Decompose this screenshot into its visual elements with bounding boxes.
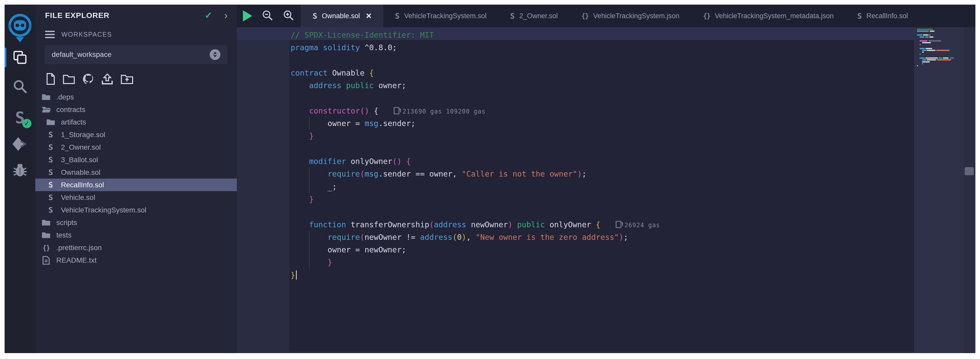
file-label: .prettierrc.json	[56, 244, 102, 252]
file-row[interactable]: SRecallInfo.sol	[35, 179, 237, 191]
tab[interactable]: SOwnable.sol×	[301, 5, 383, 27]
run-script-button[interactable]	[243, 10, 252, 22]
code-editor[interactable]: 1234567891011121314151617181920 // SPDX-…	[237, 27, 975, 353]
close-tab-icon[interactable]: ×	[366, 11, 371, 21]
code-line: modifier onlyOwner() {	[289, 155, 914, 168]
file-row[interactable]: artifacts	[35, 116, 237, 128]
json-file-icon: {}	[43, 244, 50, 252]
sidebar-item-deploy-and-run[interactable]	[5, 134, 35, 154]
code-line: }	[289, 256, 914, 268]
code-line: }	[289, 130, 914, 142]
editor-scrollbar-thumb[interactable]	[965, 167, 974, 175]
file-label: artifacts	[61, 118, 86, 126]
icon-rail: S ✓	[5, 5, 35, 353]
collapse-chevron-icon[interactable]: ›	[224, 10, 228, 21]
file-label: RecallInfo.sol	[61, 181, 104, 189]
code-line	[289, 206, 914, 218]
remix-logo[interactable]	[5, 12, 35, 43]
clone-github-button[interactable]	[82, 73, 94, 85]
file-row[interactable]: SOwnable.sol	[35, 166, 237, 179]
solidity-file-icon: S	[48, 155, 53, 164]
tab-label: 2_Owner.sol	[519, 12, 558, 20]
tab[interactable]: S2_Owner.sol	[498, 5, 570, 27]
minimap-line	[917, 44, 963, 45]
folder-open-icon	[41, 106, 51, 113]
gas-pump-icon	[616, 221, 621, 228]
workspaces-label: WORKSPACES	[62, 31, 112, 38]
solidity-file-icon: S	[395, 11, 399, 21]
search-icon	[13, 79, 27, 94]
tab-label: RecallInfo.sol	[867, 12, 908, 20]
file-row[interactable]: SVehicleTrackingSystem.sol	[35, 204, 237, 216]
new-folder-button[interactable]	[62, 73, 75, 85]
file-row[interactable]: S2_Owner.sol	[35, 141, 237, 153]
minimap-line	[917, 40, 963, 41]
minimap-line	[917, 48, 963, 49]
file-label: 1_Storage.sol	[61, 131, 105, 139]
file-explorer-icon	[12, 49, 28, 65]
debugger-icon	[12, 162, 28, 177]
gas-estimate: 26924 gas	[616, 222, 660, 229]
file-row[interactable]: S3_Ballot.sol	[35, 153, 237, 166]
file-explorer-panel: FILE EXPLORER ✓ › WORKSPACES default_wor…	[35, 5, 237, 353]
document-icon	[43, 256, 50, 265]
minimap-line	[917, 65, 963, 66]
sidebar-item-debugger[interactable]	[5, 160, 35, 179]
minimap-line	[917, 54, 963, 55]
file-row[interactable]: README.txt	[35, 254, 237, 266]
zoom-out-button[interactable]	[262, 10, 273, 22]
tab[interactable]: {}VehicleTrackingSystem.json	[570, 5, 691, 27]
new-folder-icon	[62, 73, 75, 85]
file-label: Vehicle.sol	[61, 193, 95, 202]
upload-file-button[interactable]	[101, 73, 114, 85]
solidity-file-icon: S	[857, 11, 862, 21]
file-label: Ownable.sol	[61, 168, 100, 177]
file-row[interactable]: SVehicle.sol	[35, 191, 237, 204]
solidity-file-icon: S	[313, 11, 317, 21]
solidity-file-icon: S	[510, 11, 515, 21]
code-line: constructor() {213690 gas 109200 gas	[289, 105, 914, 117]
minimap-line	[917, 42, 963, 43]
file-label: README.txt	[56, 256, 97, 265]
file-row[interactable]: {}.prettierrc.json	[35, 241, 237, 254]
compile-success-badge-icon: ✓	[22, 119, 32, 128]
editor-gutter	[237, 27, 289, 353]
zoom-out-icon	[262, 10, 273, 21]
workspace-select[interactable]: default_workspace	[45, 45, 227, 64]
solidity-file-icon: S	[48, 130, 53, 139]
file-row[interactable]: contracts	[35, 103, 237, 116]
code-line: contract Ownable {	[289, 67, 914, 79]
solidity-file-icon: S	[48, 168, 53, 177]
file-row[interactable]: S1_Storage.sol	[35, 128, 237, 141]
folder-icon	[41, 93, 51, 101]
new-file-icon	[46, 73, 56, 85]
code-line: }	[289, 193, 914, 206]
file-row[interactable]: .deps	[35, 91, 237, 103]
workspaces-menu-icon[interactable]	[45, 31, 55, 38]
editor-column: SOwnable.sol×SVehicleTrackingSystem.solS…	[237, 5, 975, 353]
solidity-file-icon: S	[48, 206, 53, 214]
sidebar-item-solidity-compiler[interactable]: S ✓	[5, 107, 35, 129]
zoom-in-button[interactable]	[283, 10, 294, 22]
gas-estimate: 213690 gas 109200 gas	[394, 108, 485, 115]
minimap-line	[917, 37, 963, 38]
sidebar-item-search[interactable]	[5, 77, 35, 95]
workspaces-row: WORKSPACES	[35, 26, 237, 43]
upload-folder-button[interactable]	[120, 73, 134, 85]
tab-bar: SOwnable.sol×SVehicleTrackingSystem.solS…	[237, 5, 975, 27]
sidebar-item-file-explorer[interactable]	[5, 48, 35, 67]
upload-file-icon	[101, 73, 114, 85]
file-row[interactable]: tests	[35, 229, 237, 241]
new-file-button[interactable]	[46, 73, 56, 85]
code-line: address public owner;	[289, 79, 914, 92]
tab[interactable]: {}VehicleTrackingSystem_metadata.json	[691, 5, 846, 27]
minimap[interactable]	[914, 27, 975, 353]
tab[interactable]: SVehicleTrackingSystem.sol	[383, 5, 498, 27]
file-row[interactable]: scripts	[35, 216, 237, 229]
minimap-line	[917, 51, 963, 53]
tab[interactable]: SRecallInfo.sol	[845, 5, 920, 27]
screenshot-frame: S ✓	[0, 0, 980, 359]
folder-icon	[41, 231, 51, 239]
json-file-icon: {}	[581, 12, 589, 20]
github-icon	[82, 73, 94, 85]
